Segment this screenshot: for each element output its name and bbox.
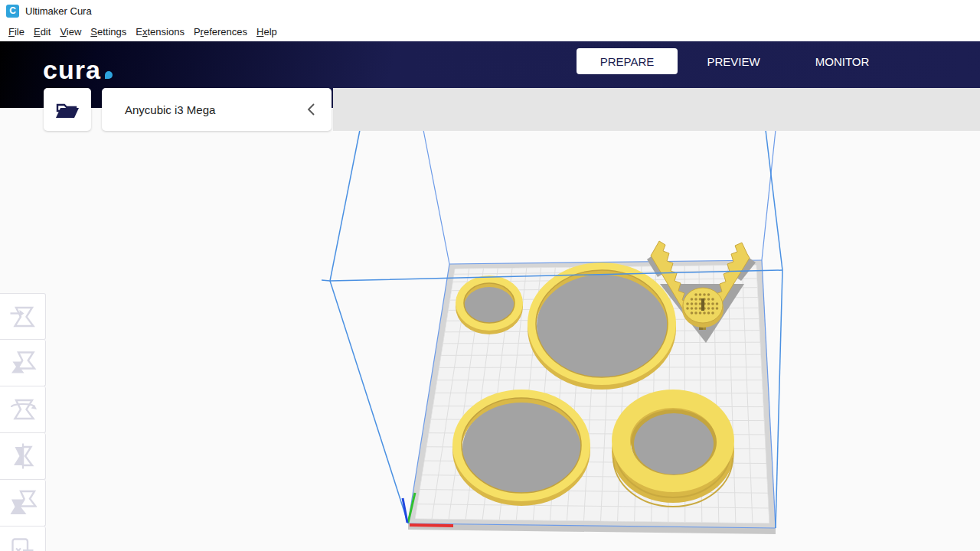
menu-edit[interactable]: Edit — [29, 24, 55, 40]
tool-move[interactable] — [0, 293, 46, 340]
menu-help[interactable]: Help — [252, 24, 282, 40]
tool-per-model-settings[interactable] — [0, 480, 46, 527]
tab-prepare[interactable]: PREPARE — [577, 48, 678, 74]
tab-preview[interactable]: PREVIEW — [688, 48, 779, 74]
window-title: Ultimaker Cura — [25, 5, 92, 17]
menu-view[interactable]: View — [55, 24, 86, 40]
window-titlebar: C Ultimaker Cura — [0, 0, 980, 21]
tool-column — [0, 293, 46, 551]
menu-settings[interactable]: Settings — [86, 24, 131, 40]
printer-name: Anycubic i3 Mega — [125, 103, 215, 116]
tool-scale[interactable] — [0, 340, 46, 386]
scale-icon — [9, 349, 37, 377]
open-folder-icon — [54, 98, 81, 121]
tool-mirror[interactable] — [0, 433, 46, 480]
move-icon — [9, 303, 37, 331]
cura-logo-dot-icon — [105, 71, 113, 79]
x-axis-indicator — [410, 525, 453, 526]
tool-rotate[interactable] — [0, 386, 46, 433]
tab-monitor[interactable]: MONITOR — [795, 48, 890, 74]
menu-bar: File Edit View Settings Extensions Prefe… — [0, 21, 980, 41]
mirror-icon — [9, 442, 37, 470]
cura-app-icon: C — [6, 5, 19, 18]
open-file-button[interactable] — [44, 88, 91, 131]
tool-support-blocker[interactable] — [0, 527, 46, 551]
support-blocker-icon — [9, 536, 37, 551]
menu-preferences[interactable]: Preferences — [189, 24, 252, 40]
printer-selector[interactable]: Anycubic i3 Mega — [102, 88, 332, 131]
menu-extensions[interactable]: Extensions — [131, 24, 189, 40]
cura-logo: cura — [43, 55, 113, 84]
print-settings-strip[interactable] — [333, 88, 980, 131]
menu-file[interactable]: File — [4, 24, 29, 40]
per-model-settings-icon — [9, 489, 37, 517]
rotate-icon — [9, 396, 37, 423]
chevron-left-icon[interactable] — [305, 101, 318, 118]
